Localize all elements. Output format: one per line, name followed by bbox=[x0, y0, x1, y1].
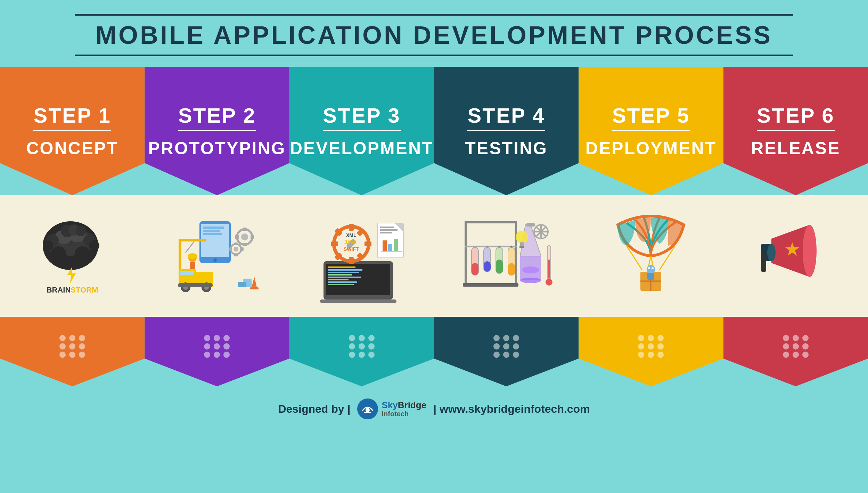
main-content: STEP 1 CONCEPT bbox=[0, 67, 868, 386]
svg-rect-80 bbox=[377, 223, 403, 258]
step-2-footer bbox=[145, 317, 289, 386]
svg-rect-33 bbox=[229, 247, 232, 251]
svg-rect-40 bbox=[179, 239, 206, 241]
svg-rect-27 bbox=[235, 235, 239, 239]
svg-rect-70 bbox=[331, 241, 338, 246]
svg-rect-90 bbox=[465, 221, 517, 223]
release-icon bbox=[751, 221, 841, 291]
svg-point-136 bbox=[767, 244, 776, 261]
step-1-middle: BRAINSTORM bbox=[0, 195, 145, 317]
svg-rect-64 bbox=[328, 284, 354, 285]
svg-line-41 bbox=[186, 241, 194, 253]
step-4-header: STEP 4 TESTING bbox=[434, 67, 579, 195]
svg-rect-109 bbox=[526, 223, 535, 227]
deployment-icon bbox=[607, 218, 694, 294]
svg-rect-117 bbox=[520, 242, 524, 246]
step-6-number: STEP 6 bbox=[757, 104, 835, 131]
step-1-header: STEP 1 CONCEPT bbox=[0, 67, 145, 195]
logo-circle bbox=[357, 398, 378, 419]
svg-text:BRAINSTORM: BRAINSTORM bbox=[47, 286, 98, 294]
svg-rect-19 bbox=[203, 227, 224, 229]
step-1-name: CONCEPT bbox=[26, 138, 118, 158]
svg-rect-60 bbox=[328, 274, 352, 276]
step-3-footer bbox=[289, 317, 434, 386]
step-4-number: STEP 4 bbox=[467, 104, 545, 131]
svg-text:JAVA: JAVA bbox=[344, 239, 357, 245]
svg-rect-94 bbox=[472, 263, 478, 275]
logo-text: SkyBridge Infotech bbox=[382, 400, 426, 418]
skybridge-logo-icon bbox=[359, 400, 376, 418]
step-1-number: STEP 1 bbox=[33, 104, 111, 131]
svg-rect-137 bbox=[761, 254, 766, 272]
step-3-column: STEP 3 DEVELOPMENT bbox=[289, 67, 434, 386]
testing-icon bbox=[461, 218, 551, 294]
step-5-footer bbox=[579, 317, 723, 386]
svg-rect-85 bbox=[381, 251, 402, 252]
svg-point-24 bbox=[241, 233, 248, 240]
website-text: | www.skybridgeinfotech.com bbox=[433, 403, 590, 416]
svg-point-30 bbox=[234, 247, 238, 252]
svg-point-140 bbox=[366, 408, 370, 412]
step-2-column: STEP 2 PROTOTYPING bbox=[145, 67, 289, 386]
svg-rect-54 bbox=[238, 282, 246, 287]
svg-point-22 bbox=[213, 258, 217, 262]
svg-rect-65 bbox=[320, 299, 396, 303]
step-2-header: STEP 2 PROTOTYPING bbox=[145, 67, 289, 195]
step-4-column: STEP 4 TESTING bbox=[434, 67, 579, 386]
step-4-middle bbox=[434, 195, 579, 317]
svg-rect-71 bbox=[365, 241, 371, 246]
svg-text:XML: XML bbox=[346, 232, 357, 238]
svg-rect-21 bbox=[203, 233, 222, 235]
testing-icon-area bbox=[468, 218, 544, 294]
step-6-footer bbox=[723, 317, 868, 386]
svg-text:SWIFT: SWIFT bbox=[344, 246, 359, 252]
step-2-number: STEP 2 bbox=[178, 104, 256, 131]
step-5-header: STEP 5 DEPLOYMENT bbox=[579, 67, 723, 195]
svg-rect-49 bbox=[178, 283, 213, 287]
development-icon: XML JAVA SWIFT bbox=[313, 216, 410, 296]
svg-rect-105 bbox=[463, 283, 518, 287]
svg-rect-89 bbox=[465, 221, 467, 284]
svg-point-9 bbox=[43, 240, 53, 251]
logo: SkyBridge Infotech bbox=[357, 398, 426, 419]
svg-rect-86 bbox=[380, 227, 394, 228]
svg-point-132 bbox=[652, 267, 654, 269]
svg-rect-44 bbox=[180, 271, 194, 275]
step-5-column: STEP 5 DEPLOYMENT bbox=[579, 67, 723, 386]
svg-rect-69 bbox=[349, 257, 354, 264]
svg-rect-83 bbox=[388, 244, 392, 251]
page-title: MOBILE APPLICATION DEVELOPMENT PROCESS bbox=[75, 14, 793, 56]
step-6-dots bbox=[783, 335, 809, 358]
logo-sky: Sky bbox=[382, 400, 398, 410]
prototype-icon-area bbox=[179, 218, 255, 294]
step-1-column: STEP 1 CONCEPT bbox=[0, 67, 145, 386]
svg-rect-61 bbox=[328, 277, 361, 278]
svg-rect-103 bbox=[508, 263, 515, 275]
svg-rect-59 bbox=[328, 272, 359, 273]
release-icon-area bbox=[758, 218, 834, 294]
svg-rect-120 bbox=[548, 260, 550, 279]
svg-rect-62 bbox=[328, 279, 349, 280]
step-2-name: PROTOTYPING bbox=[148, 138, 286, 158]
svg-rect-38 bbox=[188, 255, 197, 257]
step-3-middle: XML JAVA SWIFT bbox=[289, 195, 434, 317]
brain-icon-area: BRAINSTORM bbox=[34, 218, 110, 294]
brain-icon: BRAINSTORM bbox=[32, 218, 112, 294]
svg-rect-68 bbox=[349, 224, 354, 231]
development-icon-area: XML JAVA SWIFT bbox=[324, 218, 400, 294]
deployment-icon-area bbox=[613, 218, 689, 294]
svg-point-11 bbox=[89, 240, 99, 251]
step-2-middle bbox=[145, 195, 289, 317]
svg-rect-32 bbox=[234, 254, 238, 256]
step-5-name: DEPLOYMENT bbox=[586, 138, 716, 158]
step-2-dots bbox=[204, 335, 230, 358]
step-3-dots bbox=[349, 335, 375, 358]
step-4-name: TESTING bbox=[465, 138, 548, 158]
svg-rect-97 bbox=[484, 261, 491, 272]
svg-rect-52 bbox=[250, 287, 259, 289]
svg-rect-34 bbox=[241, 247, 244, 251]
step-5-middle bbox=[579, 195, 723, 317]
svg-rect-82 bbox=[383, 240, 387, 251]
step-4-footer bbox=[434, 317, 579, 386]
step-3-name: DEVELOPMENT bbox=[290, 138, 434, 158]
